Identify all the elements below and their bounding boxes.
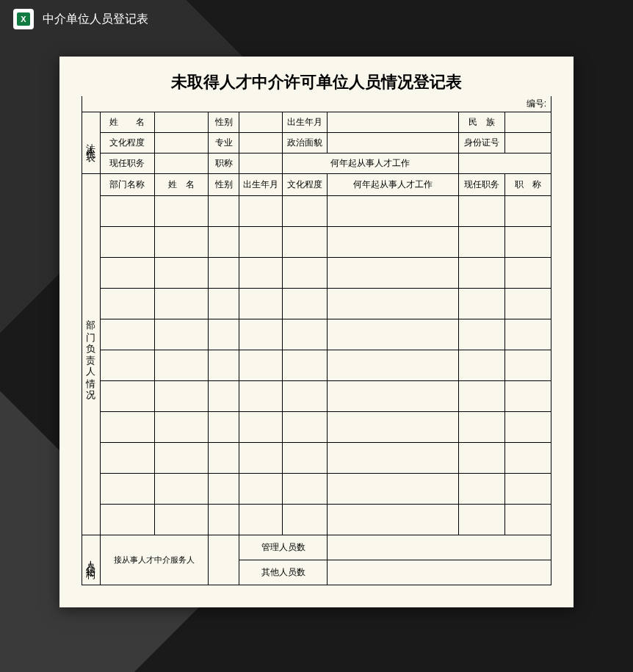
- bianhao-label: 编号:: [101, 96, 551, 112]
- ethnicity-value: [504, 112, 551, 133]
- legal-rep-row-1: 法人代表 姓 名 性别 出生年月 民 族: [82, 112, 551, 133]
- form-table: 编号: 法人代表 姓 名 性别 出生年月 民 族 文化程度 专业 政治面貌: [82, 96, 551, 585]
- position-label: 现任职务: [101, 153, 155, 174]
- structure-other-label: 其他人员数: [239, 560, 328, 585]
- col-position: 现任职务: [458, 174, 504, 196]
- bianhao-row: 编号:: [82, 96, 551, 112]
- table-row: [82, 381, 551, 412]
- table-row: [82, 474, 551, 505]
- col-since: 何年起从事人才工作: [328, 174, 459, 196]
- table-row: [82, 505, 551, 535]
- document-wrapper: 未取得人才中介许可单位人员情况登记表 编号: 法人代表: [0, 38, 633, 607]
- document: 未取得人才中介许可单位人员情况登记表 编号: 法人代表: [59, 57, 574, 607]
- col-gender: 性别: [209, 174, 239, 196]
- structure-other-value: [328, 560, 551, 585]
- legal-rep-row-3: 现任职务 职称 何年起从事人才工作: [82, 153, 551, 174]
- name-value: [154, 112, 209, 133]
- birth-label: 出生年月: [283, 112, 328, 133]
- structure-total-value: [209, 535, 239, 585]
- document-title: 未取得人才中介许可单位人员情况登记表: [82, 71, 551, 93]
- dept-header-row: 部门负责人情况 部门名称 姓 名 性别 出生年月 文化程度 何年起从事人才工作 …: [82, 174, 551, 196]
- ethnicity-label: 民 族: [458, 112, 504, 133]
- birth-value: [328, 112, 459, 133]
- structure-row-1: 人员结构 接从事人才中介服务人 管理人员数: [82, 535, 551, 560]
- title-label: 职称: [209, 153, 239, 174]
- table-row: [82, 258, 551, 289]
- education-value: [154, 133, 209, 153]
- since-value: [458, 153, 551, 174]
- col-dept: 部门名称: [101, 174, 155, 196]
- header-title: 中介单位人员登记表: [43, 12, 148, 27]
- structure-mgmt-label: 管理人员数: [239, 535, 328, 560]
- dept-section-label: 部门负责人情况: [82, 174, 101, 535]
- col-edu: 文化程度: [283, 174, 328, 196]
- political-label: 政治面貌: [283, 133, 328, 153]
- table-row: [82, 227, 551, 258]
- table-row: [82, 412, 551, 443]
- legal-rep-section-label: 法人代表: [82, 112, 101, 174]
- table-row: [82, 289, 551, 319]
- major-value: [239, 133, 283, 153]
- political-value: [328, 133, 459, 153]
- table-row: [82, 350, 551, 381]
- name-label: 姓 名: [101, 112, 155, 133]
- gender-value: [239, 112, 283, 133]
- gender-label: 性别: [209, 112, 239, 133]
- excel-icon-text: X: [17, 12, 30, 26]
- col-name: 姓 名: [154, 174, 209, 196]
- legal-rep-row-2: 文化程度 专业 政治面貌 身份证号: [82, 133, 551, 153]
- table-row: [82, 196, 551, 227]
- structure-section-label: 人员结构: [82, 535, 101, 585]
- col-title: 职 称: [504, 174, 551, 196]
- position-value: [154, 153, 209, 174]
- table-row: [82, 319, 551, 350]
- excel-icon: X: [13, 9, 34, 29]
- title-value: [239, 153, 283, 174]
- app-header: X 中介单位人员登记表: [0, 0, 633, 38]
- education-label: 文化程度: [101, 133, 155, 153]
- id-value: [504, 133, 551, 153]
- since-label: 何年起从事人才工作: [283, 153, 459, 174]
- structure-total-label: 接从事人才中介服务人: [101, 535, 209, 585]
- col-birth: 出生年月: [239, 174, 283, 196]
- structure-mgmt-value: [328, 535, 551, 560]
- id-label: 身份证号: [458, 133, 504, 153]
- major-label: 专业: [209, 133, 239, 153]
- table-row: [82, 443, 551, 474]
- bianhao-spacer: [82, 96, 101, 112]
